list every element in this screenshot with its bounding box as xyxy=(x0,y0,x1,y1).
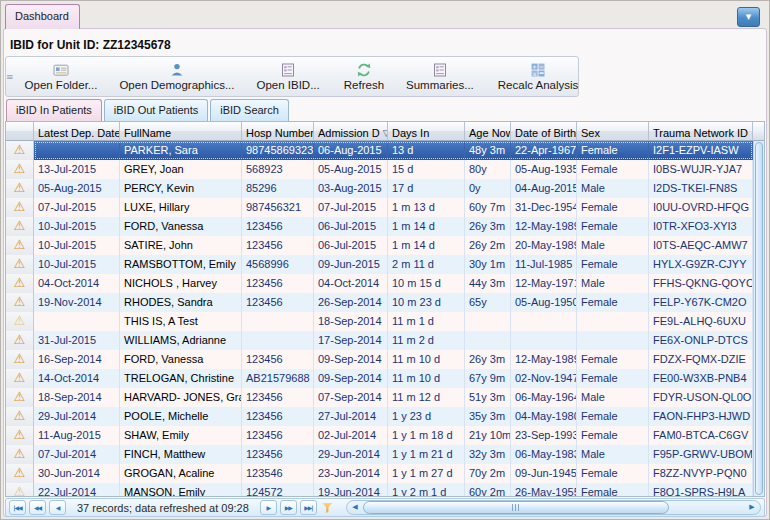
cell-hosp: 123456 xyxy=(242,350,314,369)
cell-age: 48y 3m xyxy=(465,141,511,160)
row-indicator-cell: ⚠ xyxy=(6,464,34,483)
cell-dep: 10-Jul-2015 xyxy=(34,255,120,274)
row-indicator-cell: ⚠ xyxy=(6,312,34,331)
nav-next-page-button[interactable]: ▶▶ xyxy=(280,500,297,515)
cell-age: 65y xyxy=(465,293,511,312)
open-demographics-button[interactable]: Open Demographics... xyxy=(108,57,245,96)
vertical-scrollbar-thumb[interactable] xyxy=(755,142,763,495)
cell-adm: 26-Sep-2014 xyxy=(314,293,388,312)
collapse-button[interactable]: ▾ xyxy=(737,7,760,27)
table-row[interactable]: ⚠16-Sep-2014FORD, Vanessa12345609-Sep-20… xyxy=(6,350,753,369)
table-row[interactable]: ⚠30-Jun-2014GROGAN, Acaline12354623-Jun-… xyxy=(6,464,753,483)
cell-sex: Female xyxy=(577,217,649,236)
cell-tnid: FFHS-QKNG-QOYC xyxy=(649,274,753,293)
header-age-now[interactable]: Age Now xyxy=(465,122,511,141)
cell-dep: 31-Jul-2015 xyxy=(34,331,120,350)
table-row[interactable]: ⚠29-Jul-2014POOLE, Michelle12345627-Jul-… xyxy=(6,407,753,426)
table-row[interactable]: ⚠31-Jul-2015WILLIAMS, Adrianne17-Sep-201… xyxy=(6,331,753,350)
cell-hosp: 4568996 xyxy=(242,255,314,274)
cell-hosp: 123546 xyxy=(242,464,314,483)
refresh-button[interactable]: Refresh xyxy=(333,57,395,96)
header-trauma-network-id[interactable]: Trauma Network ID xyxy=(649,122,753,141)
table-row[interactable]: ⚠13-Jul-2015GREY, Joan56892305-Aug-20151… xyxy=(6,160,753,179)
horizontal-scrollbar-thumb[interactable] xyxy=(363,501,669,514)
cell-adm: 05-Aug-2015 xyxy=(314,160,388,179)
header-latest-dep-date[interactable]: Latest Dep. Date xyxy=(34,122,120,141)
header-days-in[interactable]: Days In xyxy=(388,122,465,141)
cell-tnid: I0BS-WUJR-YJA7 xyxy=(649,160,753,179)
cell-name: PERCY, Kevin xyxy=(120,179,242,198)
cell-dep: 16-Sep-2014 xyxy=(34,350,120,369)
tab-ibid-search[interactable]: iBID Search xyxy=(210,99,289,122)
horizontal-scrollbar[interactable]: ◀ ▶ xyxy=(346,500,761,515)
cell-dob xyxy=(511,331,577,350)
scroll-right-icon[interactable]: ▶ xyxy=(744,501,760,514)
warning-icon: ⚠ xyxy=(14,275,26,290)
header-sex[interactable]: Sex xyxy=(577,122,649,141)
table-row[interactable]: ⚠19-Nov-2014RHODES, Sandra12345626-Sep-2… xyxy=(6,293,753,312)
cell-days: 1 y 1 m 27 d xyxy=(388,464,465,483)
header-admission-date[interactable]: Admission D ▽ xyxy=(314,122,388,141)
header-hosp-number[interactable]: Hosp Number xyxy=(242,122,314,141)
cell-sex: Female xyxy=(577,426,649,445)
table-row[interactable]: ⚠22-Jul-2014MANSON, Emily12457219-Jun-20… xyxy=(6,483,753,496)
cell-tnid: FE9L-ALHQ-6UXU xyxy=(649,312,753,331)
table-row[interactable]: ⚠11-Aug-2015SHAW, Emily12345602-Jul-2014… xyxy=(6,426,753,445)
warning-icon: ⚠ xyxy=(14,256,26,271)
cell-days: 11 m 2 d xyxy=(388,331,465,350)
recalc-analysis-button[interactable]: + − x = Recalc Analysis xyxy=(487,57,590,96)
toolbar-grip-icon[interactable]: ≡ xyxy=(6,57,14,96)
cell-adm: 06-Jul-2015 xyxy=(314,236,388,255)
cell-age: 44y 3m xyxy=(465,274,511,293)
summaries-label: Summaries... xyxy=(406,79,474,91)
nav-first-button[interactable]: |◀◀ xyxy=(9,500,26,515)
tab-dashboard[interactable]: Dashboard xyxy=(5,4,80,29)
record-count-text: 37 records; data refreshed at 09:28 xyxy=(77,502,249,514)
cell-dep: 19-Nov-2014 xyxy=(34,293,120,312)
cell-sex: Male xyxy=(577,445,649,464)
warning-icon: ⚠ xyxy=(14,408,26,423)
open-folder-button[interactable]: Open Folder... xyxy=(14,57,109,96)
table-row[interactable]: ⚠10-Jul-2015FORD, Vanessa12345606-Jul-20… xyxy=(6,217,753,236)
table-row[interactable]: ⚠14-Oct-2014TRELOGAN, ChristineAB2157968… xyxy=(6,369,753,388)
header-fullname[interactable]: FullName xyxy=(120,122,242,141)
nav-prev-button[interactable]: ◀ xyxy=(49,500,66,515)
vertical-scrollbar[interactable] xyxy=(753,141,764,496)
table-row[interactable]: ⚠PARKER, Sara9874586932306-Aug-201513 d4… xyxy=(6,141,753,160)
table-row[interactable]: ⚠18-Sep-2014HARVARD- JONES, Gray12345607… xyxy=(6,388,753,407)
filter-icon[interactable] xyxy=(322,502,333,513)
table-row[interactable]: ⚠07-Jul-2014FINCH, Matthew12345629-Jun-2… xyxy=(6,445,753,464)
table-row[interactable]: ⚠05-Aug-2015PERCY, Kevin8529603-Aug-2015… xyxy=(6,179,753,198)
nav-prev-page-button[interactable]: ◀◀ xyxy=(29,500,46,515)
nav-last-button[interactable]: ▶▶| xyxy=(300,500,317,515)
tab-ibid-out-patients[interactable]: iBID Out Patients xyxy=(104,99,208,122)
table-row[interactable]: ⚠04-Oct-2014NICHOLS , Harvey12345604-Oct… xyxy=(6,274,753,293)
cell-adm: 27-Jul-2014 xyxy=(314,407,388,426)
row-indicator-cell: ⚠ xyxy=(6,293,34,312)
cell-name: FINCH, Matthew xyxy=(120,445,242,464)
table-row[interactable]: ⚠10-Jul-2015SATIRE, John12345606-Jul-201… xyxy=(6,236,753,255)
header-date-of-birth[interactable]: Date of Birth xyxy=(511,122,577,141)
nav-next-button[interactable]: ▶ xyxy=(260,500,277,515)
cell-age: 26y 3m xyxy=(465,217,511,236)
table-row[interactable]: ⚠THIS IS, A Test18-Sep-201411 m 1 dFE9L-… xyxy=(6,312,753,331)
table-row[interactable]: ⚠07-Jul-2015LUXE, Hillary98745632107-Jul… xyxy=(6,198,753,217)
cell-name: LUXE, Hillary xyxy=(120,198,242,217)
row-indicator-cell: ⚠ xyxy=(6,426,34,445)
table-row[interactable]: ⚠10-Jul-2015RAMSBOTTOM, Emily456899609-J… xyxy=(6,255,753,274)
row-indicator-cell: ⚠ xyxy=(6,445,34,464)
horizontal-scrollbar-track[interactable] xyxy=(669,501,744,514)
cell-age: 21y 10m xyxy=(465,426,511,445)
toolbar: ≡ Open Folder... Open Demographics... xyxy=(5,56,579,97)
open-ibid-button[interactable]: Open IBID... xyxy=(245,57,330,96)
cell-name: GREY, Joan xyxy=(120,160,242,179)
tab-ibid-in-patients[interactable]: iBID In Patients xyxy=(6,99,102,122)
scroll-left-icon[interactable]: ◀ xyxy=(347,501,363,514)
cell-days: 11 m 10 d xyxy=(388,369,465,388)
cell-dob: 02-Nov-1947 xyxy=(511,369,577,388)
cell-age: 32y 3m xyxy=(465,445,511,464)
cell-days: 11 m 10 d xyxy=(388,350,465,369)
cell-days: 1 m 14 d xyxy=(388,236,465,255)
summaries-button[interactable]: Summaries... xyxy=(395,57,485,96)
cell-age: 60y 2m xyxy=(465,483,511,496)
